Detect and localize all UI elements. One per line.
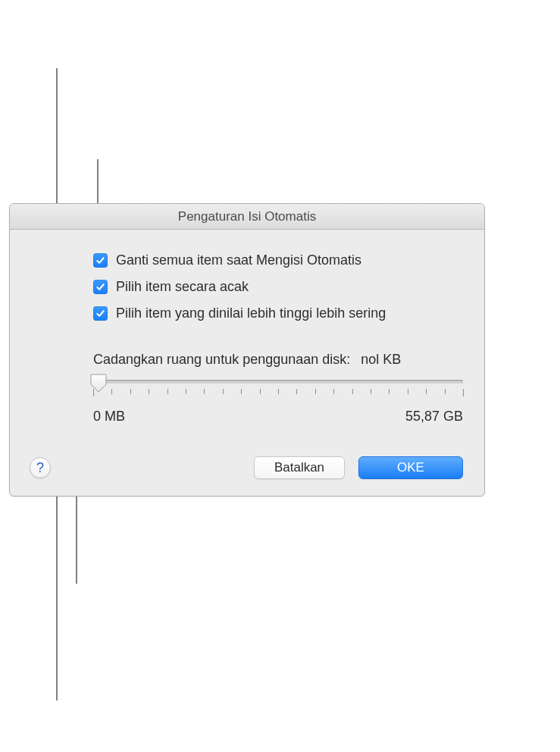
slider-thumb[interactable] bbox=[90, 374, 107, 393]
dialog-title: Pengaturan Isi Otomatis bbox=[178, 209, 316, 224]
reserve-label: Cadangkan ruang untuk penggunaan disk: bbox=[93, 352, 350, 368]
checkbox-icon bbox=[93, 280, 108, 294]
checkbox-label: Pilih item yang dinilai lebih tinggi leb… bbox=[116, 306, 386, 321]
cancel-button[interactable]: Batalkan bbox=[254, 456, 345, 479]
help-button[interactable]: ? bbox=[30, 457, 51, 478]
reserve-space-group: Cadangkan ruang untuk penggunaan disk: n… bbox=[93, 352, 457, 425]
checkbox-label: Pilih item secara acak bbox=[116, 279, 249, 295]
dialog-content: Ganti semua item saat Mengisi Otomatis P… bbox=[10, 230, 484, 496]
ok-button-label: OKE bbox=[397, 460, 424, 475]
cancel-button-label: Batalkan bbox=[274, 460, 324, 475]
slider-max-label: 55,87 GB bbox=[405, 409, 463, 425]
autofill-settings-dialog: Pengaturan Isi Otomatis Ganti semua item… bbox=[9, 203, 485, 497]
checkbox-random-items[interactable]: Pilih item secara acak bbox=[93, 279, 465, 295]
slider-scale: 0 MB 55,87 GB bbox=[93, 409, 463, 425]
help-icon: ? bbox=[36, 460, 44, 476]
checkbox-icon bbox=[93, 306, 108, 321]
checkbox-icon bbox=[93, 253, 108, 268]
reserve-label-row: Cadangkan ruang untuk penggunaan disk: n… bbox=[93, 352, 457, 368]
slider-track bbox=[93, 380, 463, 384]
button-row: ? Batalkan OKE bbox=[30, 456, 465, 479]
checkbox-group: Ganti semua item saat Mengisi Otomatis P… bbox=[93, 252, 465, 321]
ok-button[interactable]: OKE bbox=[358, 456, 463, 479]
checkbox-higher-rated[interactable]: Pilih item yang dinilai lebih tinggi leb… bbox=[93, 306, 465, 321]
checkbox-label: Ganti semua item saat Mengisi Otomatis bbox=[116, 252, 361, 268]
slider-min-label: 0 MB bbox=[93, 409, 125, 425]
reserve-value: nol KB bbox=[361, 352, 401, 368]
reserve-slider[interactable] bbox=[93, 375, 463, 407]
dialog-titlebar: Pengaturan Isi Otomatis bbox=[10, 204, 484, 230]
checkbox-replace-all[interactable]: Ganti semua item saat Mengisi Otomatis bbox=[93, 252, 465, 268]
